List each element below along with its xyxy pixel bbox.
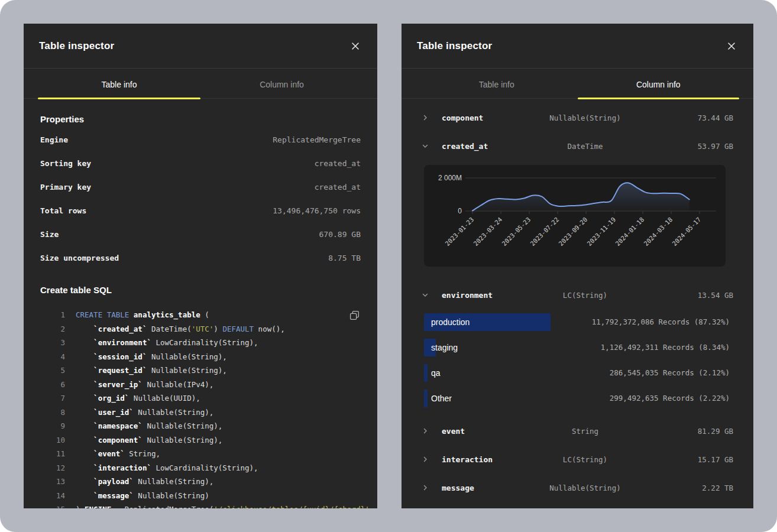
column-name: environment [437,291,536,300]
line-number: 1 [40,310,65,319]
column-type: Nullable(String) [536,484,634,492]
property-row-size: Size670.89 GB [40,222,361,246]
copy-sql-button[interactable] [348,309,361,323]
sql-code-text: `component` Nullable(String), [76,436,222,445]
property-value: 13,496,476,750 rows [273,206,361,215]
x-tick-label: 2024-05-17 [671,216,702,247]
sql-line: 13 `payload` Nullable(String), [40,475,361,489]
column-row-interaction[interactable]: interactionLC(String)15.17 GB [402,445,753,473]
modal-header: Table inspector [24,24,377,69]
sql-code-text: `interaction` LowCardinality(String), [76,463,258,472]
chevron-down-icon [422,291,437,299]
value-row-staging: staging1,126,492,311 Records (8.34%) [402,335,753,360]
column-size: 53.97 GB [634,142,733,151]
value-bar-zone: Other [424,390,610,407]
line-number: 2 [40,325,65,333]
table-inspector-modal-right: Table inspector Table infoColumn info co… [402,24,753,508]
x-tick-label: 2023-03-24 [472,216,503,247]
table-info-content: Properties EngineReplicatedMergeTreeSort… [24,114,377,508]
column-info-list: componentNullable(String)73.44 GBcreated… [402,99,753,502]
chart-area-fill [472,183,689,211]
x-tick-label: 2023-09-20 [557,216,588,247]
column-size: 15.17 GB [634,455,733,464]
line-number: 6 [40,380,65,389]
line-number: 8 [40,408,65,417]
line-number: 7 [40,394,65,403]
column-name: event [437,427,536,436]
close-icon [351,42,360,50]
value-label: qa [424,368,441,378]
line-number: 14 [40,491,65,500]
close-button[interactable] [725,40,738,53]
created-at-distribution-chart: 2 000M02023-01-232023-03-242023-05-23202… [424,165,726,267]
column-size: 13.54 GB [634,291,733,300]
x-tick-label: 2023-07-22 [529,216,560,247]
value-records: 286,545,035 Records (2.12%) [610,368,730,377]
sql-line: 2 `created_at` DateTime('UTC') DEFAULT n… [40,322,361,336]
sql-code-text: `user_id` Nullable(String), [76,408,213,417]
tab-table-info[interactable]: Table info [416,69,578,98]
value-records: 1,126,492,311 Records (8.34%) [601,343,730,352]
column-name: created_at [437,142,536,151]
x-tick-label: 2024-01-18 [614,216,645,247]
sql-line: 14 `message` Nullable(String) [40,489,361,503]
sql-line: 7 `org_id` Nullable(UUID), [40,391,361,406]
column-size: 2.22 TB [634,484,733,492]
sql-line: 5 `request_id` Nullable(String), [40,364,361,378]
sql-lines: 1CREATE TABLE analytics_table (2 `create… [40,308,361,508]
column-row-message[interactable]: messageNullable(String)2.22 TB [402,473,753,502]
chevron-right-icon [422,484,437,491]
line-number: 11 [40,449,65,458]
value-row-production: production11,792,372,086 Records (87.32%… [402,309,753,335]
tab-label: Table info [102,80,137,89]
tab-label: Table info [479,80,514,89]
value-bar-zone: staging [424,339,601,356]
line-number: 4 [40,352,65,361]
column-row-created-at[interactable]: created_atDateTime53.97 GB [402,132,753,160]
column-size: 73.44 GB [634,113,733,122]
column-row-component[interactable]: componentNullable(String)73.44 GB [402,103,753,132]
sql-line: 3 `environment` LowCardinality(String), [40,336,361,350]
copy-icon [349,310,360,320]
sql-code-text: `server_ip` Nullable(IPv4), [76,380,213,389]
property-label: Size uncompressed [40,254,119,262]
chevron-down-icon [422,142,437,150]
line-number: 9 [40,421,65,430]
sql-code-text: CREATE TABLE analytics_table ( [76,310,209,319]
dialog-title: Table inspector [39,40,114,52]
sql-line: 10 `component` Nullable(String), [40,433,361,447]
sql-line: 4 `session_id` Nullable(String), [40,350,361,364]
line-number: 12 [40,463,65,472]
tab-label: Column info [636,80,681,89]
value-row-other: Other299,492,635 Records (2.22%) [402,385,753,411]
column-row-event[interactable]: eventString81.29 GB [402,417,753,445]
column-row-environment[interactable]: environmentLC(String)13.54 GB [402,281,753,309]
value-bar-zone: qa [424,364,610,382]
line-number: 13 [40,477,65,486]
sql-line: 1CREATE TABLE analytics_table ( [40,308,361,322]
column-type: LC(String) [536,291,634,300]
area-chart: 2 000M02023-01-232023-03-242023-05-23202… [424,165,726,267]
column-name: message [437,484,536,492]
close-button[interactable] [349,40,362,53]
value-bar-zone: production [424,313,592,331]
tab-column-info[interactable]: Column info [578,69,740,98]
sql-code-text: `session_id` Nullable(String), [76,352,227,361]
sql-code-text: `message` Nullable(String) [76,491,209,500]
x-tick-label: 2024-03-18 [642,216,674,247]
column-type: DateTime [536,142,634,151]
property-row-engine: EngineReplicatedMergeTree [40,128,361,151]
column-name: interaction [437,455,536,464]
line-number: 15 [40,505,65,508]
column-size: 81.29 GB [634,427,733,436]
property-row-size-uncompressed: Size uncompressed8.75 TB [40,246,361,270]
create-table-sql-heading: Create table SQL [40,285,361,295]
property-value: created_at [315,159,361,168]
property-label: Engine [40,135,68,144]
tab-table-info[interactable]: Table info [38,69,200,98]
line-number: 5 [40,366,65,375]
tab-column-info[interactable]: Column info [200,69,363,98]
properties-heading: Properties [40,114,361,124]
value-label: production [424,317,470,327]
x-tick-label: 2023-01-23 [443,216,475,247]
